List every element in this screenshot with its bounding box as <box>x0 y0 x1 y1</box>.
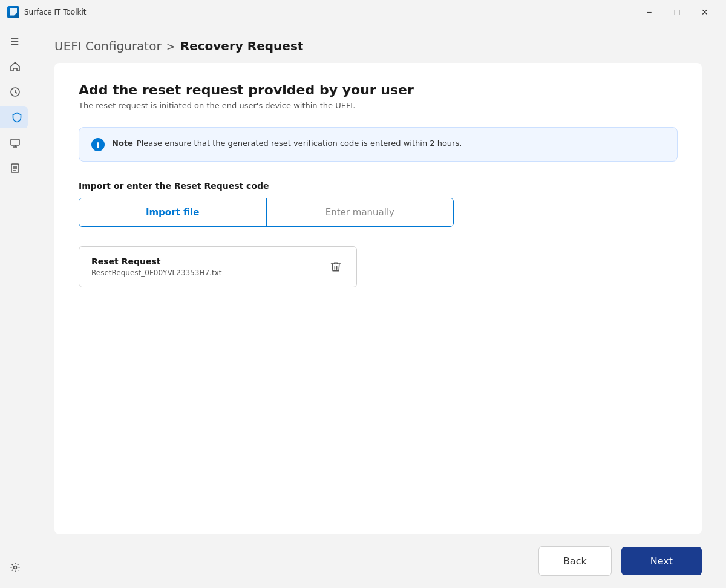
info-icon: i <box>91 138 105 151</box>
sidebar-item-update[interactable] <box>4 81 26 103</box>
section-title: Add the reset request provided by your u… <box>79 82 678 97</box>
file-info: Reset Request ResetRequest_0F00YVL23353H… <box>91 256 221 277</box>
file-item: Reset Request ResetRequest_0F00YVL23353H… <box>79 246 357 287</box>
bottom-bar: Back Next <box>30 534 726 588</box>
sidebar-item-uefi[interactable] <box>0 106 28 128</box>
note-body: Please ensure that the generated reset v… <box>137 139 462 148</box>
breadcrumb-current: Recovery Request <box>180 39 304 53</box>
file-title: Reset Request <box>91 256 221 266</box>
next-button[interactable]: Next <box>621 547 702 575</box>
app-title: Surface IT Toolkit <box>24 8 87 16</box>
sidebar-item-hamburger[interactable]: ☰ <box>4 30 26 52</box>
svg-rect-2 <box>11 164 19 172</box>
app-icon <box>7 6 19 18</box>
window-controls: − □ ✕ <box>635 2 719 22</box>
minimize-button[interactable]: − <box>635 2 663 22</box>
back-button[interactable]: Back <box>538 546 612 576</box>
tab-group: Import file Enter manually <box>79 198 454 227</box>
svg-rect-1 <box>11 139 19 145</box>
note-label: Note <box>112 139 133 148</box>
sidebar-item-home[interactable] <box>4 56 26 77</box>
main-card: Add the reset request provided by your u… <box>54 63 702 534</box>
sidebar-item-settings[interactable] <box>4 557 26 578</box>
sidebar-item-reports[interactable] <box>4 157 26 179</box>
content-area: UEFI Configurator > Recovery Request Add… <box>30 24 726 588</box>
tab-import-file[interactable]: Import file <box>79 198 266 226</box>
file-name: ResetRequest_0F00YVL23353H7.txt <box>91 269 221 277</box>
title-bar: Surface IT Toolkit − □ ✕ <box>0 0 726 24</box>
breadcrumb-separator: > <box>166 40 175 53</box>
app-body: ☰ <box>0 24 726 588</box>
tab-enter-manually[interactable]: Enter manually <box>267 198 453 226</box>
section-subtitle: The reset request is initiated on the en… <box>79 101 678 110</box>
maximize-button[interactable]: □ <box>663 2 691 22</box>
delete-file-button[interactable] <box>327 258 344 275</box>
breadcrumb-parent: UEFI Configurator <box>54 39 162 53</box>
sidebar: ☰ <box>0 24 30 588</box>
note-box: i NotePlease ensure that the generated r… <box>79 127 678 162</box>
close-button[interactable]: ✕ <box>691 2 719 22</box>
title-bar-left: Surface IT Toolkit <box>7 6 87 18</box>
sidebar-item-device[interactable] <box>4 132 26 154</box>
note-text: NotePlease ensure that the generated res… <box>112 137 462 149</box>
import-label: Import or enter the Reset Request code <box>79 181 678 191</box>
svg-point-3 <box>13 566 16 569</box>
breadcrumb: UEFI Configurator > Recovery Request <box>30 24 726 63</box>
